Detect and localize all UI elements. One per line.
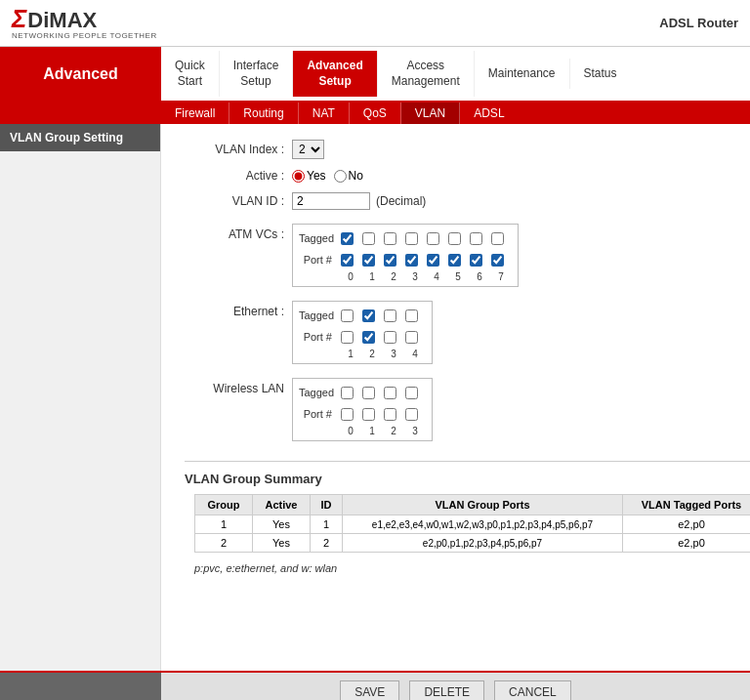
atm-tagged-4[interactable] [427,232,439,245]
row1-id: 1 [310,515,342,534]
vlan-index-label: VLAN Index : [185,143,292,156]
vlan-id-input[interactable] [292,192,370,210]
ethernet-row: Ethernet : Tagged Port # [185,301,750,364]
footer-buttons: SAVE DELETE CANCEL [161,673,750,700]
atm-vcs-label: ATM VCs : [185,224,292,241]
atm-tagged-3[interactable] [405,232,418,245]
sub-nav-vlan[interactable]: VLAN [401,103,460,124]
atm-tagged-5[interactable] [448,232,461,245]
atm-tagged-0[interactable] [341,232,354,245]
nav-item-status[interactable]: Status [570,59,631,90]
nav-bar: Advanced QuickStart InterfaceSetup Advan… [0,47,750,103]
active-no-radio[interactable] [334,170,347,183]
wlan-port-0[interactable] [341,408,354,421]
atm-port-3[interactable] [405,254,418,267]
nav-item-quick-start[interactable]: QuickStart [161,51,220,97]
eth-port-3[interactable] [405,331,418,344]
row2-id: 2 [310,534,342,553]
eth-tagged-3[interactable] [405,309,418,322]
row2-group: 2 [195,534,253,553]
vlan-index-row: VLAN Index : 1 2 3 4 [185,140,750,159]
active-no-text: No [349,169,363,183]
atm-tagged-6[interactable] [470,232,482,245]
atm-port-2[interactable] [384,254,396,267]
eth-tagged-1[interactable] [362,309,375,322]
wlan-tagged-label: Tagged [299,387,336,398]
nav-items: QuickStart InterfaceSetup AdvancedSetup … [161,47,750,101]
save-button[interactable]: SAVE [340,680,399,700]
col-group-ports: VLAN Group Ports [343,495,623,515]
summary-table: Group Active ID VLAN Group Ports VLAN Ta… [194,494,750,553]
ethernet-label: Ethernet : [185,301,292,318]
eth-tagged-label: Tagged [299,309,336,321]
decimal-label: (Decimal) [376,194,426,208]
vlan-index-select[interactable]: 1 2 3 4 [292,140,324,159]
atm-vcs-row: ATM VCs : Tagged [185,224,750,287]
sub-nav-qos[interactable]: QoS [350,103,401,124]
sub-nav-firewall[interactable]: Firewall [161,103,229,124]
atm-tagged-label: Tagged [299,232,336,244]
eth-port-label: Port # [299,331,336,343]
atm-port-4[interactable] [427,254,439,267]
summary-section: VLAN Group Summary Group Active ID VLAN … [185,461,750,574]
wlan-grid: Tagged Port # [292,378,433,441]
table-row: 1 Yes 1 e1,e2,e3,e4,w0,w1,w2,w3,p0,p1,p2… [195,515,751,534]
wlan-port-3[interactable] [405,408,418,421]
wlan-tagged-1[interactable] [362,387,375,399]
vlan-id-row: VLAN ID : (Decimal) [185,192,750,210]
atm-tagged-2[interactable] [384,232,396,245]
footer: SAVE DELETE CANCEL [0,671,750,700]
active-label: Active : [185,169,292,183]
row1-group: 1 [195,515,253,534]
logo-sigma: Σ [12,6,26,31]
cancel-button[interactable]: CANCEL [494,680,571,700]
sub-nav-routing[interactable]: Routing [229,103,298,124]
eth-port-2[interactable] [384,331,396,344]
delete-button[interactable]: DELETE [409,680,484,700]
col-tagged-ports: VLAN Tagged Ports [623,495,751,515]
header: Σ DiMAX NETWORKING PEOPLE TOGETHER ADSL … [0,0,750,47]
nav-item-interface-setup[interactable]: InterfaceSetup [220,51,294,97]
wlan-row: Wireless LAN Tagged Port # [185,378,750,441]
wlan-tagged-3[interactable] [405,387,418,399]
active-no-label[interactable]: No [334,169,363,183]
eth-port-1[interactable] [362,331,375,344]
atm-tagged-1[interactable] [362,232,375,245]
wlan-port-1[interactable] [362,408,375,421]
wlan-port-label: Port # [299,408,336,420]
atm-port-7[interactable] [491,254,504,267]
sidebar: VLAN Group Setting [0,124,161,671]
nav-sidebar-label: Advanced [0,47,161,101]
sub-nav: Firewall Routing NAT QoS VLAN ADSL [0,103,750,124]
atm-port-6[interactable] [470,254,482,267]
atm-port-0[interactable] [341,254,354,267]
row2-active: Yes [252,534,310,553]
eth-tagged-0[interactable] [341,309,354,322]
nav-item-access-management[interactable]: AccessManagement [378,51,475,97]
row2-tagged-ports: e2,p0 [623,534,751,553]
sub-nav-nat[interactable]: NAT [299,103,350,124]
wlan-tagged-2[interactable] [384,387,396,399]
active-yes-radio[interactable] [292,170,305,183]
atm-port-1[interactable] [362,254,375,267]
wlan-label: Wireless LAN [185,378,292,395]
nav-item-maintenance[interactable]: Maintenance [475,59,570,90]
sub-nav-adsl[interactable]: ADSL [460,103,518,124]
col-active: Active [252,495,310,515]
wlan-tagged-0[interactable] [341,387,354,399]
product-title: ADSL Router [659,16,738,30]
nav-item-advanced-setup[interactable]: AdvancedSetup [293,51,377,97]
ethernet-grid: Tagged Port # [292,301,433,364]
eth-port-0[interactable] [341,331,354,344]
atm-port-5[interactable] [448,254,461,267]
wlan-port-2[interactable] [384,408,396,421]
active-yes-label[interactable]: Yes [292,169,326,183]
atm-tagged-7[interactable] [491,232,504,245]
eth-tagged-2[interactable] [384,309,396,322]
table-row: 2 Yes 2 e2,p0,p1,p2,p3,p4,p5,p6,p7 e2,p0 [195,534,751,553]
vlan-id-label: VLAN ID : [185,194,292,208]
summary-title: VLAN Group Summary [185,472,750,486]
sidebar-label: VLAN Group Setting [0,124,160,151]
row1-group-ports: e1,e2,e3,e4,w0,w1,w2,w3,p0,p1,p2,p3,p4,p… [343,515,623,534]
active-row: Active : Yes No [185,169,750,183]
